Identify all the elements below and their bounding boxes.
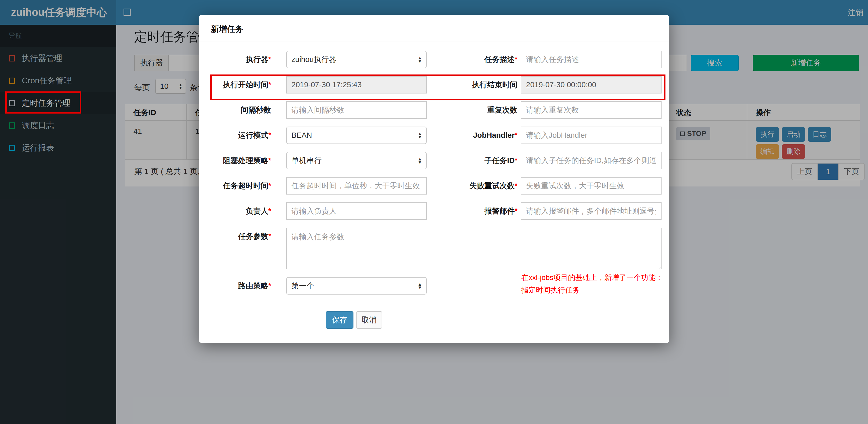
job-handler-input[interactable] (521, 127, 661, 144)
block-strategy-select[interactable]: 单机串行 (286, 152, 427, 169)
executor-select[interactable]: zuihou执行器 (286, 51, 427, 68)
timeout-input[interactable] (286, 177, 427, 195)
fail-retry-label: 失败重试次数* (427, 177, 518, 195)
block-strategy-label: 阻塞处理策略* (211, 152, 271, 169)
modal-title: 新增任务 (211, 24, 657, 35)
repeat-input[interactable] (521, 101, 661, 119)
job-desc-input[interactable] (521, 51, 661, 68)
timeout-label: 任务超时时间* (211, 177, 271, 195)
owner-label: 负责人* (211, 202, 271, 220)
executor-label: 执行器* (211, 51, 271, 68)
alarm-email-input[interactable] (521, 202, 661, 220)
child-job-label: 子任务ID* (427, 152, 518, 169)
repeat-label: 重复次数 (427, 101, 518, 119)
modal-body: 执行器* zuihou执行器 任务描述* 执行开始时间* 执行结束时间 间隔秒数… (199, 41, 670, 295)
interval-label: 间隔秒数 (211, 101, 271, 119)
end-time-label: 执行结束时间 (427, 76, 518, 94)
save-button[interactable]: 保存 (326, 311, 353, 329)
child-job-input[interactable] (521, 152, 661, 169)
job-param-textarea[interactable] (286, 228, 661, 269)
interval-input[interactable] (286, 101, 427, 119)
start-time-label: 执行开始时间* (211, 76, 271, 94)
run-mode-select[interactable]: BEAN (286, 127, 427, 144)
select-arrows-icon (417, 56, 422, 63)
owner-input[interactable] (286, 202, 427, 220)
modal-note-line2: 指定时间执行任务 (521, 284, 674, 296)
alarm-email-label: 报警邮件* (427, 202, 518, 220)
job-desc-label: 任务描述* (427, 51, 518, 68)
route-strategy-label: 路由策略* (211, 277, 271, 295)
modal-header: 新增任务 (199, 15, 670, 41)
route-strategy-select[interactable]: 第一个 (286, 277, 427, 295)
fail-retry-input[interactable] (521, 177, 661, 195)
job-param-label: 任务参数* (211, 228, 271, 269)
select-arrows-icon (417, 157, 422, 164)
start-time-input[interactable] (286, 76, 427, 94)
select-arrows-icon (417, 283, 422, 289)
run-mode-label: 运行模式* (211, 127, 271, 144)
modal-footer: 保存 取消 (199, 301, 670, 329)
end-time-input[interactable] (521, 76, 661, 94)
modal-note: 在xxl-jobs项目的基础上，新增了一个功能： 指定时间执行任务 (521, 271, 674, 296)
app-root: zuihou任务调度中心 注销 导航 执行器管理 Cron任务管理 定时任务管理… (0, 0, 868, 424)
select-arrows-icon (417, 132, 422, 139)
add-task-modal: 新增任务 执行器* zuihou执行器 任务描述* 执行开始时间* 执行结束时间… (199, 15, 670, 343)
modal-note-line1: 在xxl-jobs项目的基础上，新增了一个功能： (521, 271, 674, 284)
job-handler-label: JobHandler* (427, 127, 518, 144)
cancel-button[interactable]: 取消 (356, 311, 382, 329)
